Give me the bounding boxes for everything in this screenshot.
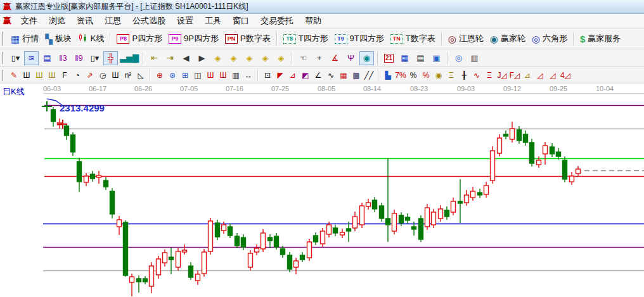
diamond-plus-button[interactable]: ◈ [258, 51, 273, 65]
diamond-grid-button[interactable]: ◈ [274, 51, 288, 65]
gann-wheel-tool-button[interactable]: ⊛ [166, 68, 179, 82]
red-grid-tool-button[interactable]: ╬ [103, 51, 118, 65]
compass-button[interactable]: ◶ [96, 68, 109, 82]
diamond-right-button[interactable]: ◈ [210, 51, 225, 65]
gold-grid2-button[interactable]: Ш [46, 68, 58, 82]
skip-last-button[interactable]: ⇥ [163, 51, 177, 65]
n-square-button[interactable]: n² [122, 68, 134, 82]
width-measure-button[interactable]: ↔ [242, 68, 255, 82]
calculator-button[interactable]: ▦ [397, 51, 412, 65]
period-selector-button[interactable]: ▯▾ [8, 51, 23, 65]
menu-item[interactable]: 帮助 [299, 14, 327, 28]
diamond-hmove-button[interactable]: ◈ [226, 51, 241, 65]
histogram-button[interactable]: ▃▅▇ [119, 51, 139, 65]
web-button[interactable]: ◎ [451, 51, 466, 65]
brush-up-button[interactable]: ⇗ [84, 68, 96, 82]
skip-first-button[interactable]: ⇤ [147, 51, 162, 65]
info-doc-button[interactable]: ▤ [40, 51, 55, 65]
menu-item[interactable]: 窗口 [227, 14, 255, 28]
comb-button[interactable]: Ш [20, 68, 33, 82]
fan-purple-button[interactable]: ◩ [299, 68, 312, 82]
four-angle-button[interactable]: 4◿ [559, 68, 572, 82]
grid-dark-button[interactable]: ▩ [350, 68, 363, 82]
toolbar-9p-square-button[interactable]: P99P四方形 [165, 29, 222, 48]
brain-net-tool-button[interactable]: ◉ [359, 51, 374, 65]
percent-button[interactable]: % [407, 68, 420, 82]
step-forward-button[interactable]: ▶ [195, 51, 209, 65]
toolbar-gann-wheel-button[interactable]: ◎江恩轮 [445, 29, 487, 48]
fan-box-button[interactable]: ⊿ [287, 68, 299, 82]
menu-item[interactable]: 文件 [15, 14, 43, 28]
gold-red-button[interactable]: Ξ [483, 68, 496, 82]
toolbar-t-square-button[interactable]: T8T四方形 [280, 29, 332, 48]
winner-wheel-icon: ◉ [490, 34, 498, 44]
toolbar-button-label: T数字表 [406, 34, 435, 43]
bars-9-button[interactable]: ‖9 [72, 51, 86, 65]
target-circle-button[interactable]: ⊕ [153, 68, 166, 82]
candle-style-button[interactable]: ▯▾ [87, 51, 102, 65]
brush-button[interactable]: ✎ [8, 68, 20, 82]
toolbar-winner-wheel-button[interactable]: ◉赢家轮 [487, 29, 529, 48]
ruler-pen-button[interactable]: ╂ [458, 68, 470, 82]
toolbar-kline-button[interactable]: K线 [75, 29, 108, 48]
toolbar-quotes-button[interactable]: ▦行情 [8, 29, 42, 48]
wave-tool-button[interactable]: ≋ [24, 51, 39, 65]
gold-angle-button[interactable]: ⊿ [521, 68, 534, 82]
toolbar-p-square-button[interactable]: P8P四方形 [113, 29, 165, 48]
menu-item[interactable]: 资讯 [71, 14, 99, 28]
win-angle-button[interactable]: ◿ [546, 68, 559, 82]
shen-grid-button[interactable]: Ш [204, 68, 217, 82]
box-lines-button[interactable]: ⊡ [261, 68, 274, 82]
comb2-button[interactable]: Ш [109, 68, 122, 82]
percent-line-button[interactable]: % [420, 68, 432, 82]
menu-item[interactable]: 江恩 [99, 14, 127, 28]
gann-wheel-tool-icon: ⊛ [169, 71, 176, 80]
grid-red-icon: ▦ [340, 71, 347, 80]
kline-mark-button[interactable]: ◫ [191, 68, 204, 82]
win-grid-button[interactable]: Ш [217, 68, 229, 82]
ribbon-tool-button[interactable]: Ψ [344, 51, 358, 65]
title-bar[interactable]: 赢 赢家江恩专业版[赢家内部服务平台] - [上证指数 SH1A0001-111… [0, 0, 644, 14]
cycle-button[interactable]: ◔ [71, 68, 84, 82]
gold-lines-button[interactable]: Ξ [445, 68, 458, 82]
grid-red-button[interactable]: ▦ [337, 68, 350, 82]
hand-tool-button[interactable]: ☜ [296, 51, 311, 65]
chart-area[interactable]: 日K线 06-0306-1706-2607-0507-1607-2508-050… [0, 84, 644, 297]
calendar-21-button[interactable]: 21 [382, 51, 396, 65]
f-grid-button[interactable]: F [58, 68, 71, 82]
ruler-123-button[interactable]: ▥ [229, 68, 242, 82]
menu-item[interactable]: 工具 [199, 14, 227, 28]
bars-3-button[interactable]: ‖3 [56, 51, 70, 65]
menu-item[interactable]: 设置 [171, 14, 199, 28]
menu-item[interactable]: 浏览 [43, 14, 71, 28]
zigzag-button[interactable]: ∿ [325, 68, 337, 82]
step-back-button[interactable]: ◀ [179, 51, 193, 65]
toolbar-winner-service-button[interactable]: $赢家服务 [577, 29, 624, 48]
toolbar-9t-square-button[interactable]: T99T四方形 [332, 29, 387, 48]
j-angle-button[interactable]: J◿ [496, 68, 508, 82]
chart-numbers-button[interactable]: ▙ [382, 68, 394, 82]
toolbar-p-number-button[interactable]: PNP数字表 [222, 29, 274, 48]
percent-7-button[interactable]: 7% [394, 68, 407, 82]
diamond-compress-button[interactable]: ◈ [242, 51, 257, 65]
toolbar-hexagon-button[interactable]: ◎六角形 [529, 29, 570, 48]
snapshot-button[interactable]: ▣ [429, 51, 444, 65]
toolbar-t-number-button[interactable]: TNT数字表 [387, 29, 439, 48]
crosshair-tool-button[interactable]: + [312, 51, 326, 65]
gold-grid-button[interactable]: Ш [33, 68, 46, 82]
gann-fan-button[interactable]: ◤ [274, 68, 287, 82]
angle-tool-button[interactable]: ∡ [328, 51, 342, 65]
menu-item[interactable]: 公式选股 [127, 14, 171, 28]
angle-lines-button[interactable]: ∠ [312, 68, 325, 82]
gold-circle-button[interactable]: ◉ [432, 68, 445, 82]
toolbar-sectors-button[interactable]: ▚板块 [42, 29, 75, 48]
memo-button[interactable]: ▤ [413, 51, 428, 65]
menu-item[interactable]: 交易委托 [255, 14, 299, 28]
angle-ruler-button[interactable]: ◺ [134, 68, 147, 82]
f-angle-button[interactable]: F◿ [508, 68, 521, 82]
grid-target-button[interactable]: ⊞ [179, 68, 191, 82]
wave-red-button[interactable]: ∿ [470, 68, 483, 82]
trend-lines-button[interactable]: ╱╱ [363, 68, 375, 82]
shen-angle-button[interactable]: ◿ [534, 68, 546, 82]
print-button[interactable]: ▥ [467, 51, 482, 65]
